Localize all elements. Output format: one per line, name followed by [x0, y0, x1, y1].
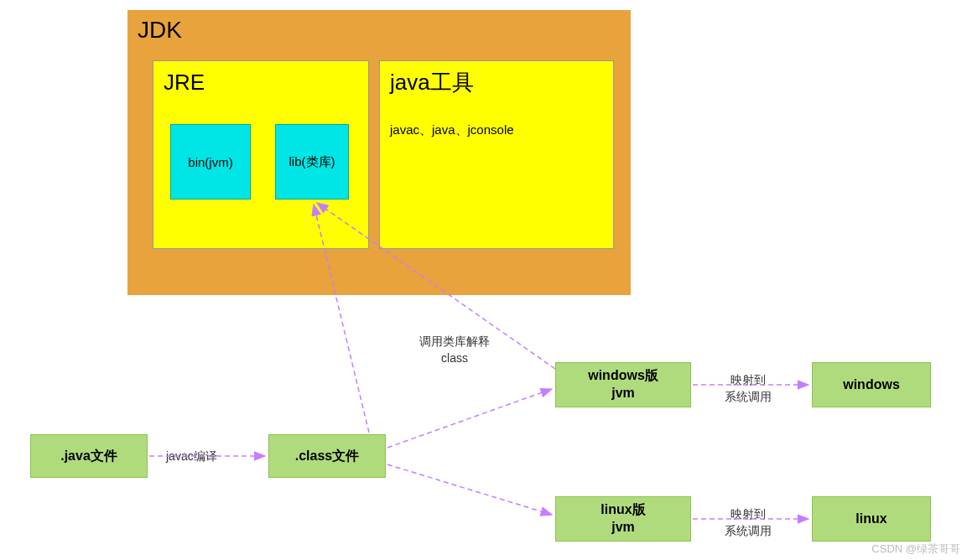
javac-label: javac编译	[166, 449, 217, 464]
lib-box: lib(类库)	[275, 124, 349, 200]
map-win-label: 映射到 系统调用	[725, 372, 772, 405]
svg-line-3	[387, 464, 552, 515]
win-jvm-l2: jvm	[611, 386, 635, 400]
linux-node: linux	[812, 496, 931, 542]
tools-list: javac、java、jconsole	[390, 122, 603, 138]
jre-container: JRE bin(jvm) lib(类库)	[153, 60, 369, 249]
java-file-node: .java文件	[30, 434, 148, 478]
svg-line-2	[387, 389, 552, 448]
tools-title: java工具	[390, 68, 603, 97]
call-lib-label: 调用类库解释 class	[419, 334, 490, 366]
bin-jvm-box: bin(jvm)	[170, 124, 251, 200]
windows-node: windows	[812, 362, 931, 407]
windows-jvm-node: windows版 jvm	[555, 362, 691, 407]
linux-jvm-l1: linux版	[600, 502, 645, 516]
class-file-node: .class文件	[268, 434, 386, 478]
jdk-title: JDK	[138, 17, 621, 44]
jdk-container: JDK JRE bin(jvm) lib(类库) java工具 javac、ja…	[127, 10, 631, 295]
linux-jvm-l2: jvm	[611, 520, 635, 534]
map-linux-label: 映射到 系统调用	[725, 506, 772, 539]
java-tools-container: java工具 javac、java、jconsole	[379, 60, 614, 249]
linux-jvm-node: linux版 jvm	[555, 496, 691, 542]
watermark: CSDN @绿茶哥哥	[871, 542, 960, 557]
win-jvm-l1: windows版	[588, 368, 658, 382]
jre-title: JRE	[164, 70, 358, 96]
